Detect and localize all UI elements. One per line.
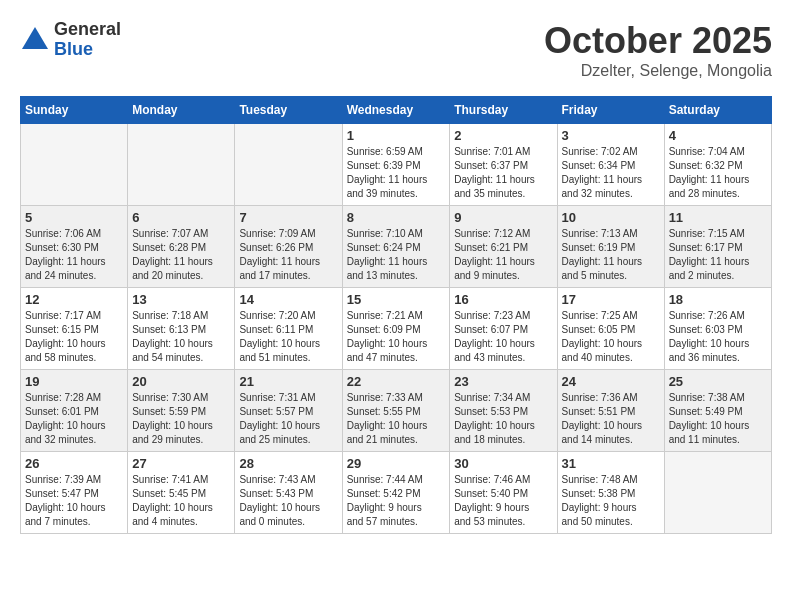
day-info: Sunrise: 6:59 AM Sunset: 6:39 PM Dayligh…: [347, 145, 446, 201]
calendar-cell: [128, 124, 235, 206]
day-number: 30: [454, 456, 552, 471]
day-number: 29: [347, 456, 446, 471]
day-number: 2: [454, 128, 552, 143]
calendar-cell: [21, 124, 128, 206]
day-info: Sunrise: 7:44 AM Sunset: 5:42 PM Dayligh…: [347, 473, 446, 529]
day-info: Sunrise: 7:31 AM Sunset: 5:57 PM Dayligh…: [239, 391, 337, 447]
calendar-cell: 21Sunrise: 7:31 AM Sunset: 5:57 PM Dayli…: [235, 370, 342, 452]
day-info: Sunrise: 7:34 AM Sunset: 5:53 PM Dayligh…: [454, 391, 552, 447]
day-info: Sunrise: 7:46 AM Sunset: 5:40 PM Dayligh…: [454, 473, 552, 529]
day-info: Sunrise: 7:23 AM Sunset: 6:07 PM Dayligh…: [454, 309, 552, 365]
calendar-cell: 7Sunrise: 7:09 AM Sunset: 6:26 PM Daylig…: [235, 206, 342, 288]
day-headers-row: SundayMondayTuesdayWednesdayThursdayFrid…: [21, 97, 772, 124]
day-info: Sunrise: 7:01 AM Sunset: 6:37 PM Dayligh…: [454, 145, 552, 201]
calendar-cell: 6Sunrise: 7:07 AM Sunset: 6:28 PM Daylig…: [128, 206, 235, 288]
calendar-cell: 11Sunrise: 7:15 AM Sunset: 6:17 PM Dayli…: [664, 206, 771, 288]
calendar-cell: 1Sunrise: 6:59 AM Sunset: 6:39 PM Daylig…: [342, 124, 450, 206]
day-number: 10: [562, 210, 660, 225]
logo: General Blue: [20, 20, 121, 60]
svg-marker-0: [22, 27, 48, 49]
day-info: Sunrise: 7:17 AM Sunset: 6:15 PM Dayligh…: [25, 309, 123, 365]
day-number: 13: [132, 292, 230, 307]
day-info: Sunrise: 7:21 AM Sunset: 6:09 PM Dayligh…: [347, 309, 446, 365]
calendar-cell: 17Sunrise: 7:25 AM Sunset: 6:05 PM Dayli…: [557, 288, 664, 370]
day-info: Sunrise: 7:39 AM Sunset: 5:47 PM Dayligh…: [25, 473, 123, 529]
day-number: 28: [239, 456, 337, 471]
day-number: 25: [669, 374, 767, 389]
title-block: October 2025 Dzelter, Selenge, Mongolia: [544, 20, 772, 80]
logo-general: General: [54, 20, 121, 40]
calendar-week-4: 19Sunrise: 7:28 AM Sunset: 6:01 PM Dayli…: [21, 370, 772, 452]
calendar-cell: 2Sunrise: 7:01 AM Sunset: 6:37 PM Daylig…: [450, 124, 557, 206]
day-info: Sunrise: 7:48 AM Sunset: 5:38 PM Dayligh…: [562, 473, 660, 529]
day-number: 20: [132, 374, 230, 389]
day-number: 14: [239, 292, 337, 307]
day-info: Sunrise: 7:26 AM Sunset: 6:03 PM Dayligh…: [669, 309, 767, 365]
location: Dzelter, Selenge, Mongolia: [544, 62, 772, 80]
calendar-cell: 14Sunrise: 7:20 AM Sunset: 6:11 PM Dayli…: [235, 288, 342, 370]
day-number: 4: [669, 128, 767, 143]
calendar-cell: [235, 124, 342, 206]
calendar-cell: 10Sunrise: 7:13 AM Sunset: 6:19 PM Dayli…: [557, 206, 664, 288]
calendar-cell: 5Sunrise: 7:06 AM Sunset: 6:30 PM Daylig…: [21, 206, 128, 288]
day-number: 6: [132, 210, 230, 225]
day-info: Sunrise: 7:06 AM Sunset: 6:30 PM Dayligh…: [25, 227, 123, 283]
logo-icon: [20, 25, 50, 55]
calendar-cell: 9Sunrise: 7:12 AM Sunset: 6:21 PM Daylig…: [450, 206, 557, 288]
calendar-cell: 31Sunrise: 7:48 AM Sunset: 5:38 PM Dayli…: [557, 452, 664, 534]
calendar-cell: 12Sunrise: 7:17 AM Sunset: 6:15 PM Dayli…: [21, 288, 128, 370]
calendar-cell: 20Sunrise: 7:30 AM Sunset: 5:59 PM Dayli…: [128, 370, 235, 452]
day-header-thursday: Thursday: [450, 97, 557, 124]
day-info: Sunrise: 7:09 AM Sunset: 6:26 PM Dayligh…: [239, 227, 337, 283]
day-number: 23: [454, 374, 552, 389]
day-number: 16: [454, 292, 552, 307]
day-header-monday: Monday: [128, 97, 235, 124]
day-info: Sunrise: 7:18 AM Sunset: 6:13 PM Dayligh…: [132, 309, 230, 365]
day-header-sunday: Sunday: [21, 97, 128, 124]
calendar-cell: 23Sunrise: 7:34 AM Sunset: 5:53 PM Dayli…: [450, 370, 557, 452]
calendar-cell: 19Sunrise: 7:28 AM Sunset: 6:01 PM Dayli…: [21, 370, 128, 452]
day-number: 19: [25, 374, 123, 389]
day-number: 12: [25, 292, 123, 307]
day-info: Sunrise: 7:20 AM Sunset: 6:11 PM Dayligh…: [239, 309, 337, 365]
calendar-cell: 13Sunrise: 7:18 AM Sunset: 6:13 PM Dayli…: [128, 288, 235, 370]
calendar-cell: 30Sunrise: 7:46 AM Sunset: 5:40 PM Dayli…: [450, 452, 557, 534]
day-number: 31: [562, 456, 660, 471]
day-header-friday: Friday: [557, 97, 664, 124]
page-header: General Blue October 2025 Dzelter, Selen…: [20, 20, 772, 80]
calendar-cell: 29Sunrise: 7:44 AM Sunset: 5:42 PM Dayli…: [342, 452, 450, 534]
logo-blue: Blue: [54, 40, 121, 60]
calendar-cell: [664, 452, 771, 534]
day-number: 17: [562, 292, 660, 307]
day-number: 22: [347, 374, 446, 389]
day-info: Sunrise: 7:12 AM Sunset: 6:21 PM Dayligh…: [454, 227, 552, 283]
day-number: 5: [25, 210, 123, 225]
calendar-cell: 16Sunrise: 7:23 AM Sunset: 6:07 PM Dayli…: [450, 288, 557, 370]
calendar-cell: 28Sunrise: 7:43 AM Sunset: 5:43 PM Dayli…: [235, 452, 342, 534]
day-number: 8: [347, 210, 446, 225]
day-number: 24: [562, 374, 660, 389]
day-number: 11: [669, 210, 767, 225]
day-number: 27: [132, 456, 230, 471]
day-info: Sunrise: 7:04 AM Sunset: 6:32 PM Dayligh…: [669, 145, 767, 201]
day-number: 18: [669, 292, 767, 307]
calendar-week-5: 26Sunrise: 7:39 AM Sunset: 5:47 PM Dayli…: [21, 452, 772, 534]
calendar-cell: 25Sunrise: 7:38 AM Sunset: 5:49 PM Dayli…: [664, 370, 771, 452]
calendar-body: 1Sunrise: 6:59 AM Sunset: 6:39 PM Daylig…: [21, 124, 772, 534]
day-info: Sunrise: 7:07 AM Sunset: 6:28 PM Dayligh…: [132, 227, 230, 283]
calendar-cell: 8Sunrise: 7:10 AM Sunset: 6:24 PM Daylig…: [342, 206, 450, 288]
calendar-week-2: 5Sunrise: 7:06 AM Sunset: 6:30 PM Daylig…: [21, 206, 772, 288]
day-number: 7: [239, 210, 337, 225]
day-header-wednesday: Wednesday: [342, 97, 450, 124]
day-info: Sunrise: 7:25 AM Sunset: 6:05 PM Dayligh…: [562, 309, 660, 365]
day-info: Sunrise: 7:30 AM Sunset: 5:59 PM Dayligh…: [132, 391, 230, 447]
month-title: October 2025: [544, 20, 772, 62]
day-header-tuesday: Tuesday: [235, 97, 342, 124]
calendar-cell: 22Sunrise: 7:33 AM Sunset: 5:55 PM Dayli…: [342, 370, 450, 452]
calendar-week-1: 1Sunrise: 6:59 AM Sunset: 6:39 PM Daylig…: [21, 124, 772, 206]
day-info: Sunrise: 7:33 AM Sunset: 5:55 PM Dayligh…: [347, 391, 446, 447]
day-info: Sunrise: 7:38 AM Sunset: 5:49 PM Dayligh…: [669, 391, 767, 447]
day-info: Sunrise: 7:36 AM Sunset: 5:51 PM Dayligh…: [562, 391, 660, 447]
calendar-cell: 26Sunrise: 7:39 AM Sunset: 5:47 PM Dayli…: [21, 452, 128, 534]
calendar-week-3: 12Sunrise: 7:17 AM Sunset: 6:15 PM Dayli…: [21, 288, 772, 370]
